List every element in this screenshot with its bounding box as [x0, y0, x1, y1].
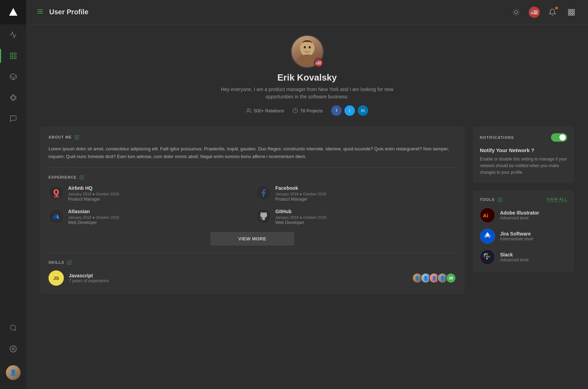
github-logo	[256, 209, 271, 224]
header: User Profile 🇺🇸	[26, 0, 588, 24]
menu-icon[interactable]	[37, 8, 44, 16]
experience-edit-icon[interactable]	[80, 175, 84, 180]
javascript-skill-info: Javascript 7 years of experience	[69, 273, 109, 283]
svg-rect-38	[568, 12, 570, 13]
tool-item-jira: Jira Software Intermediate level	[480, 229, 567, 244]
slack-info: Slack Advanced level	[500, 252, 528, 262]
sidebar-item-dashboard[interactable]	[0, 45, 26, 66]
projects-stat: 78 Projects	[292, 108, 323, 113]
svg-rect-3	[10, 57, 12, 59]
javascript-name: Javascript	[69, 273, 109, 278]
illustrator-level: Advanced level	[500, 216, 539, 220]
svg-rect-1	[10, 53, 12, 55]
slack-level: Advanced level	[500, 257, 528, 262]
sidebar-item-activity[interactable]	[0, 24, 26, 45]
svg-rect-2	[14, 53, 16, 55]
right-column: NOTIFICATIONS Notify Your Network ? Enab…	[473, 126, 574, 272]
atlassian-info: Atlassian January 2018 ● October 2018 We…	[68, 209, 119, 225]
exp-item-facebook: Facebook January 2018 ● October 2018 Pro…	[256, 185, 456, 202]
user-avatar[interactable]: 👤	[0, 359, 26, 386]
facebook-social-icon[interactable]: f	[331, 105, 342, 116]
svg-point-48	[247, 109, 249, 110]
svg-rect-41	[568, 14, 570, 15]
facebook-name: Facebook	[275, 185, 326, 191]
airbnb-dates: January 2018 ● October 2018	[68, 192, 119, 196]
relations-count: 500+ Relations	[254, 108, 284, 113]
jira-name: Jira Software	[500, 231, 533, 237]
svg-line-30	[518, 14, 519, 14]
sidebar-item-chip[interactable]	[0, 87, 26, 108]
tools-card-header: TOOLS VIEW ALL	[480, 197, 567, 202]
exp-item-github: GitHub January 2018 ● October 2018 Web D…	[256, 209, 456, 225]
svg-line-34	[518, 9, 519, 10]
svg-point-20	[10, 325, 15, 330]
svg-rect-42	[571, 14, 572, 15]
svg-rect-61	[486, 254, 488, 256]
svg-point-22	[12, 348, 14, 350]
notifications-description: Enable or disable this setting to manage…	[480, 156, 567, 176]
sidebar-item-settings[interactable]	[0, 338, 26, 359]
skill-endorsers: 👤 👤 👤 👤 38	[414, 273, 456, 283]
github-info: GitHub January 2018 ● October 2018 Web D…	[275, 209, 326, 225]
svg-rect-40	[573, 12, 575, 13]
airbnb-role: Product Manager	[68, 197, 119, 202]
experience-section-header: EXPERIENCE	[49, 175, 456, 180]
tools-card: TOOLS VIEW ALL Ai	[473, 190, 574, 272]
linkedin-social-icon[interactable]: in	[358, 105, 368, 116]
about-me-section-header: ABOUT ME	[49, 135, 456, 140]
airbnb-info: Airbnb HQ January 2018 ● October 2018 Pr…	[68, 185, 119, 202]
sun-icon-button[interactable]	[510, 6, 522, 18]
sidebar-item-chat[interactable]	[0, 108, 26, 129]
facebook-info: Facebook January 2018 ● October 2018 Pro…	[275, 185, 326, 202]
atlassian-name: Atlassian	[68, 209, 119, 214]
svg-rect-39	[571, 12, 572, 13]
sidebar-item-search[interactable]	[0, 317, 26, 338]
notifications-section-title: NOTIFICATIONS	[480, 135, 514, 140]
atlassian-role: Web Developer	[68, 220, 119, 225]
svg-rect-54	[484, 256, 485, 257]
notifications-toggle[interactable]	[551, 133, 567, 142]
social-icons: f t in	[331, 105, 368, 116]
skills-edit-icon[interactable]	[67, 260, 72, 265]
svg-rect-43	[573, 14, 575, 15]
airbnb-logo	[49, 185, 64, 201]
jira-logo	[480, 229, 495, 244]
javascript-badge: JS	[49, 270, 64, 286]
facebook-role: Product Manager	[275, 197, 326, 202]
app-logo[interactable]	[0, 0, 26, 24]
skills-section-header: SKILLS	[49, 260, 456, 265]
main-content: User Profile 🇺🇸	[26, 0, 588, 389]
notification-dot	[555, 7, 558, 9]
profile-name: Erik Kovalsky	[40, 72, 574, 83]
github-name: GitHub	[275, 209, 326, 214]
svg-rect-7	[12, 96, 15, 99]
toggle-thumb	[559, 134, 566, 141]
notifications-card: NOTIFICATIONS Notify Your Network ? Enab…	[473, 126, 574, 183]
view-more-button[interactable]: VIEW MORE	[210, 232, 294, 246]
profile-stats: 500+ Relations 78 Projects f t in	[40, 105, 574, 116]
notifications-title: Notify Your Network ?	[480, 147, 567, 153]
header-actions: 🇺🇸	[510, 6, 578, 18]
about-text: Lorem ipsum dolor sit amet, consectetur …	[49, 145, 456, 160]
svg-line-33	[514, 14, 514, 14]
projects-count: 78 Projects	[300, 108, 323, 113]
tools-view-all-link[interactable]: VIEW ALL	[547, 197, 567, 202]
profile-flag-badge: 🇺🇸	[314, 58, 323, 67]
about-me-edit-icon[interactable]	[75, 135, 80, 140]
flag-icon[interactable]: 🇺🇸	[529, 7, 540, 18]
profile-bio: Hey everyone, I am a product manager fro…	[220, 86, 394, 100]
tool-item-illustrator: Ai Adobe Illustrator Advanced level	[480, 208, 567, 223]
svg-rect-36	[571, 9, 572, 11]
content-area: 🇺🇸 Erik Kovalsky Hey everyone, I am a pr…	[26, 24, 588, 389]
twitter-social-icon[interactable]: t	[344, 105, 355, 116]
svg-rect-4	[14, 57, 16, 59]
illustrator-info: Adobe Illustrator Advanced level	[500, 210, 539, 220]
svg-rect-35	[568, 9, 570, 11]
apps-grid-icon[interactable]	[565, 6, 578, 18]
svg-line-29	[514, 9, 514, 10]
tools-edit-icon[interactable]	[498, 197, 503, 202]
svg-rect-58	[486, 256, 488, 257]
notification-bell-icon[interactable]	[546, 6, 559, 18]
about-me-title: ABOUT ME	[49, 135, 72, 139]
sidebar-item-cube[interactable]	[0, 66, 26, 87]
